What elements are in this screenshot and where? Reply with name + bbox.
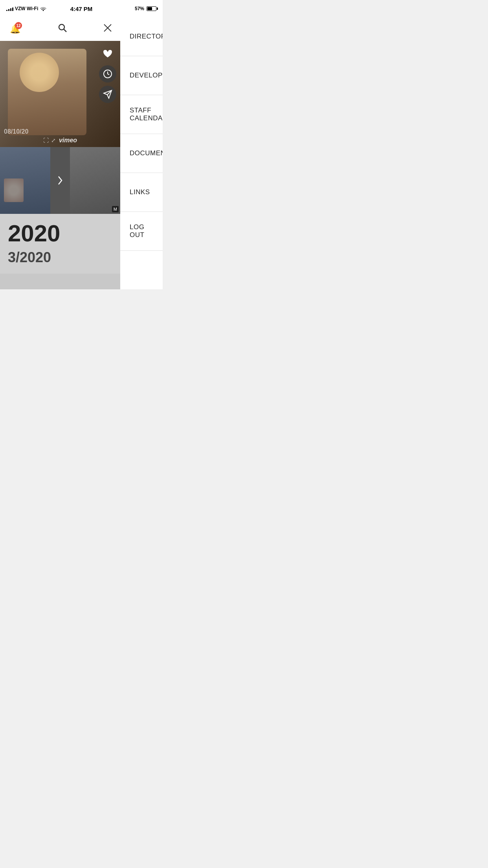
- menu-item-directory[interactable]: DIRECTORY ›: [120, 17, 163, 56]
- menu-item-links[interactable]: LINKS: [120, 173, 163, 212]
- time-display: 4:47 PM: [70, 6, 93, 12]
- video-section: ⛶ ⤢ vimeo 08/10/20: [0, 41, 120, 147]
- thumbnail-divider: [50, 147, 70, 214]
- menu-item-documents[interactable]: DOCUMENTS: [120, 134, 163, 173]
- vimeo-controls: ⛶ ⤢: [43, 137, 56, 143]
- send-button[interactable]: [99, 86, 116, 103]
- status-bar: VZW Wi-Fi 4:47 PM 57%: [0, 0, 163, 17]
- search-button[interactable]: [58, 23, 67, 35]
- wifi-icon: [40, 6, 47, 12]
- left-panel: 🔔 12: [0, 17, 120, 289]
- carrier-label: VZW Wi-Fi: [15, 6, 38, 11]
- close-button[interactable]: [103, 23, 112, 35]
- thumbnail-2[interactable]: M: [70, 147, 120, 214]
- clock-button[interactable]: [99, 65, 116, 83]
- year-section: 2020 3/2020: [0, 214, 120, 274]
- thumbnails-row: M: [0, 147, 120, 214]
- menu-label-staff-calendar: STAFF CALENDAR: [130, 107, 163, 122]
- right-menu: DIRECTORY › DEVELOPMENT › STAFF CALENDAR…: [120, 17, 163, 289]
- year-display: 2020: [8, 222, 112, 245]
- vimeo-watermark: ⛶ ⤢ vimeo: [43, 137, 77, 144]
- menu-label-documents: DOCUMENTS: [130, 149, 163, 157]
- menu-item-development[interactable]: DEVELOPMENT ›: [120, 56, 163, 95]
- vimeo-expand-icon: ⛶: [43, 137, 49, 143]
- app-header: 🔔 12: [0, 17, 120, 41]
- signal-icon: [6, 6, 13, 11]
- menu-label-directory: DIRECTORY: [130, 33, 163, 40]
- video-date: 08/10/20: [4, 128, 28, 135]
- menu-label-development: DEVELOPMENT: [130, 72, 163, 79]
- menu-item-staff-calendar[interactable]: STAFF CALENDAR: [120, 95, 163, 134]
- date-display: 3/2020: [8, 249, 112, 266]
- status-left: VZW Wi-Fi: [6, 6, 47, 12]
- vimeo-fullscreen-icon: ⤢: [51, 137, 56, 143]
- video-overlay-icons: [99, 45, 116, 103]
- notification-badge: 12: [15, 22, 22, 29]
- menu-label-links: LINKS: [130, 188, 150, 196]
- menu-item-logout[interactable]: LOG OUT: [120, 212, 163, 251]
- thumbnail-1[interactable]: [0, 147, 50, 214]
- svg-line-1: [64, 29, 67, 32]
- status-right: 57%: [135, 6, 156, 11]
- battery-icon: [147, 6, 156, 11]
- thumbnail-label: M: [112, 206, 119, 212]
- svg-point-0: [59, 24, 64, 30]
- battery-percent: 57%: [135, 6, 144, 11]
- notification-button[interactable]: 🔔 12: [8, 22, 22, 36]
- vimeo-logo: vimeo: [59, 137, 77, 144]
- menu-label-logout: LOG OUT: [130, 223, 153, 239]
- heart-button[interactable]: [99, 45, 116, 62]
